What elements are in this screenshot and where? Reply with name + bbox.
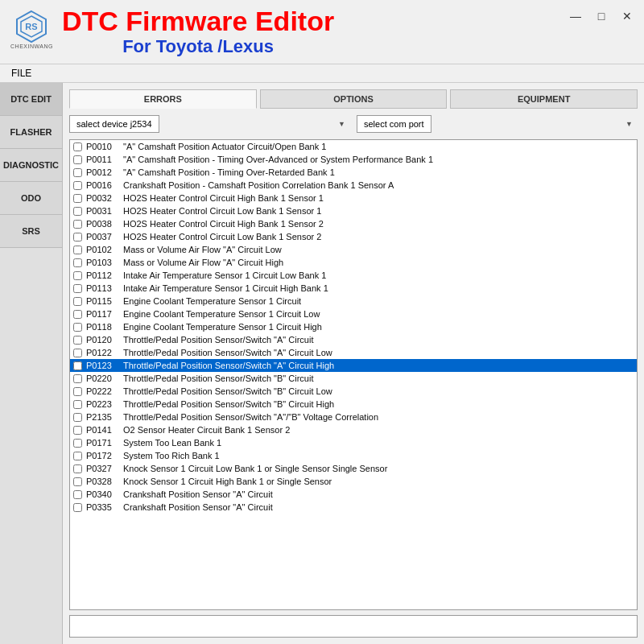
- list-item[interactable]: P0327Knock Sensor 1 Circuit Low Bank 1 o…: [70, 462, 637, 475]
- dtc-code: P0031: [86, 206, 123, 216]
- dtc-list[interactable]: P0010"A" Camshaft Position Actuator Circ…: [69, 139, 638, 610]
- window-controls: — □ ✕: [568, 6, 634, 23]
- dtc-code: P0141: [86, 425, 123, 435]
- list-item[interactable]: P0328Knock Sensor 1 Circuit High Bank 1 …: [70, 475, 637, 488]
- dtc-checkbox[interactable]: [73, 284, 82, 293]
- main-window: RS CHEXINWANG DTC Firmware Editor For To…: [0, 0, 644, 644]
- dtc-checkbox[interactable]: [73, 452, 82, 460]
- dtc-checkbox[interactable]: [73, 336, 82, 345]
- sidebar-item-dtc-edit[interactable]: DTC EDIT: [0, 83, 62, 116]
- sidebar-item-odo[interactable]: ODO: [0, 182, 62, 215]
- list-item[interactable]: P0222Throttle/Pedal Position Sensor/Swit…: [70, 385, 637, 398]
- status-bar: [69, 615, 638, 638]
- dtc-checkbox[interactable]: [73, 207, 82, 216]
- dtc-checkbox[interactable]: [73, 220, 82, 229]
- list-item[interactable]: P0113Intake Air Temperature Sensor 1 Cir…: [70, 282, 637, 295]
- list-item[interactable]: P0032HO2S Heater Control Circuit High Ba…: [70, 192, 637, 204]
- dtc-checkbox[interactable]: [73, 387, 82, 396]
- list-item[interactable]: P0031HO2S Heater Control Circuit Low Ban…: [70, 204, 637, 217]
- list-item[interactable]: P0038HO2S Heater Control Circuit High Ba…: [70, 217, 637, 230]
- maximize-button[interactable]: □: [594, 10, 609, 23]
- dtc-checkbox[interactable]: [73, 142, 82, 151]
- dtc-code: P0010: [86, 142, 123, 151]
- list-item[interactable]: P0120Throttle/Pedal Position Sensor/Swit…: [70, 333, 637, 346]
- dtc-checkbox[interactable]: [73, 181, 82, 190]
- dtc-code: P0112: [86, 270, 123, 280]
- dtc-description: Engine Coolant Temperature Sensor 1 Circ…: [123, 296, 301, 306]
- list-item[interactable]: P0011"A" Camshaft Position - Timing Over…: [70, 153, 637, 166]
- port-select-wrapper: select com port: [357, 115, 638, 133]
- sidebar-item-srs[interactable]: SRS: [0, 215, 62, 248]
- list-item[interactable]: P0112Intake Air Temperature Sensor 1 Cir…: [70, 269, 637, 282]
- dtc-code: P0012: [86, 167, 123, 177]
- dtc-checkbox[interactable]: [73, 168, 82, 177]
- tab-options[interactable]: OPTIONS: [260, 89, 448, 109]
- dtc-checkbox[interactable]: [73, 297, 82, 306]
- dtc-checkbox[interactable]: [73, 439, 82, 448]
- dtc-checkbox[interactable]: [73, 323, 82, 332]
- logo-box: RS CHEXINWANG: [10, 10, 54, 54]
- list-item[interactable]: P2135Throttle/Pedal Position Sensor/Swit…: [70, 411, 637, 423]
- device-select[interactable]: salect device j2534: [69, 115, 159, 133]
- dtc-checkbox[interactable]: [73, 271, 82, 280]
- sidebar: DTC EDIT FLASHER DIAGNOSTIC ODO SRS: [0, 83, 63, 644]
- list-item[interactable]: P0118Engine Coolant Temperature Sensor 1…: [70, 320, 637, 333]
- dtc-code: P0037: [86, 232, 123, 242]
- dtc-code: P0032: [86, 193, 123, 203]
- port-select[interactable]: select com port: [357, 115, 431, 133]
- dtc-code: P0335: [86, 502, 123, 512]
- minimize-button[interactable]: —: [568, 10, 583, 23]
- list-item[interactable]: P0141O2 Sensor Heater Circuit Bank 1 Sen…: [70, 423, 637, 436]
- dtc-checkbox[interactable]: [73, 310, 82, 319]
- dtc-code: P0328: [86, 477, 123, 486]
- list-item[interactable]: P0010"A" Camshaft Position Actuator Circ…: [70, 140, 637, 153]
- dtc-checkbox[interactable]: [73, 374, 82, 383]
- tab-equipment[interactable]: EQUIPMENT: [450, 89, 638, 109]
- list-item[interactable]: P0340Crankshaft Position Sensor "A" Circ…: [70, 488, 637, 501]
- dtc-checkbox[interactable]: [73, 194, 82, 203]
- dtc-checkbox[interactable]: [73, 464, 82, 473]
- list-item[interactable]: P0117Engine Coolant Temperature Sensor 1…: [70, 308, 637, 320]
- dtc-checkbox[interactable]: [73, 413, 82, 422]
- dtc-checkbox[interactable]: [73, 477, 82, 486]
- dtc-description: HO2S Heater Control Circuit High Bank 1 …: [123, 193, 324, 203]
- dtc-checkbox[interactable]: [73, 490, 82, 499]
- dtc-checkbox[interactable]: [73, 258, 82, 267]
- list-item[interactable]: P0122Throttle/Pedal Position Sensor/Swit…: [70, 346, 637, 359]
- close-button[interactable]: ✕: [620, 10, 634, 23]
- dtc-description: Crankshaft Position - Camshaft Position …: [123, 180, 394, 190]
- dtc-code: P2135: [86, 412, 123, 422]
- dtc-checkbox[interactable]: [73, 503, 82, 512]
- list-item[interactable]: P0012"A" Camshaft Position - Timing Over…: [70, 166, 637, 179]
- dtc-description: Crankshaft Position Sensor "A" Circuit: [123, 502, 273, 512]
- dtc-description: HO2S Heater Control Circuit Low Bank 1 S…: [123, 232, 321, 242]
- dtc-checkbox[interactable]: [73, 400, 82, 409]
- dtc-checkbox[interactable]: [73, 361, 82, 370]
- list-item[interactable]: P0123Throttle/Pedal Position Sensor/Swit…: [70, 359, 637, 372]
- sidebar-item-flasher[interactable]: FLASHER: [0, 116, 62, 149]
- dtc-checkbox[interactable]: [73, 233, 82, 242]
- dtc-description: Mass or Volume Air Flow "A" Circuit High: [123, 258, 283, 267]
- tab-errors[interactable]: ERRORS: [69, 89, 257, 109]
- list-item[interactable]: P0220Throttle/Pedal Position Sensor/Swit…: [70, 372, 637, 385]
- list-item[interactable]: P0037HO2S Heater Control Circuit Low Ban…: [70, 230, 637, 243]
- list-item[interactable]: P0016Crankshaft Position - Camshaft Posi…: [70, 179, 637, 192]
- sidebar-item-diagnostic[interactable]: DIAGNOSTIC: [0, 149, 62, 182]
- list-item[interactable]: P0223Throttle/Pedal Position Sensor/Swit…: [70, 398, 637, 411]
- list-item[interactable]: P0115Engine Coolant Temperature Sensor 1…: [70, 295, 637, 308]
- dtc-code: P0222: [86, 386, 123, 396]
- tabs-row: ERRORS OPTIONS EQUIPMENT: [69, 89, 638, 109]
- dtc-checkbox[interactable]: [73, 246, 82, 254]
- device-select-wrapper: salect device j2534: [69, 115, 350, 133]
- dtc-checkbox[interactable]: [73, 349, 82, 357]
- list-item[interactable]: P0335Crankshaft Position Sensor "A" Circ…: [70, 501, 637, 514]
- dtc-description: Throttle/Pedal Position Sensor/Switch "A…: [123, 335, 313, 345]
- dtc-description: Knock Sensor 1 Circuit High Bank 1 or Si…: [123, 477, 332, 486]
- menu-file[interactable]: FILE: [6, 66, 36, 80]
- dtc-checkbox[interactable]: [73, 426, 82, 435]
- list-item[interactable]: P0172System Too Rich Bank 1: [70, 449, 637, 462]
- list-item[interactable]: P0102Mass or Volume Air Flow "A" Circuit…: [70, 243, 637, 256]
- list-item[interactable]: P0171System Too Lean Bank 1: [70, 436, 637, 449]
- dtc-checkbox[interactable]: [73, 155, 82, 164]
- list-item[interactable]: P0103Mass or Volume Air Flow "A" Circuit…: [70, 256, 637, 269]
